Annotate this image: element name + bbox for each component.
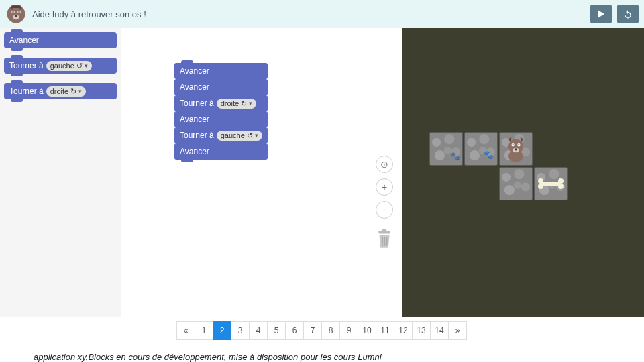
dropdown-caret-icon: ▾ [249,100,252,107]
zoom-out-button[interactable]: − [376,201,393,219]
page-2[interactable]: 2 [213,321,231,340]
ws-block[interactable]: Avancer [174,143,268,160]
page-13[interactable]: 13 [412,321,431,340]
arrow-ccw-icon: ↺ [247,131,253,140]
svg-point-4 [18,11,19,13]
zoom-in-button[interactable]: + [376,178,393,196]
workspace[interactable]: Avancer Avancer Tourner à droite ↻ ▾ Ava… [121,28,402,317]
app-header: Aide Indy à retrouver son os ! [0,0,644,28]
target-icon: ⊙ [380,159,388,170]
reset-button[interactable] [617,5,639,23]
block-param[interactable]: droite ↻ ▾ [46,86,87,97]
page-5[interactable]: 5 [267,321,286,340]
pagination: « 1 2 3 4 5 6 7 8 9 10 11 12 13 14 » [0,317,644,344]
trash-icon [376,229,393,249]
page-6[interactable]: 6 [285,321,304,340]
arrow-ccw-icon: ↺ [76,62,83,70]
svg-point-3 [12,11,13,13]
arrow-cw-icon: ↻ [241,99,247,108]
svg-rect-7 [11,5,21,8]
stage: 🐾 🐾 [402,28,644,317]
svg-point-20 [515,148,517,150]
page-7[interactable]: 7 [303,321,322,340]
page-8[interactable]: 8 [321,321,340,340]
palette-block-tourner-droite[interactable]: Tourner à droite ↻ ▾ [4,83,117,99]
plus-icon: + [382,182,387,192]
block-param[interactable]: gauche ↺ ▾ [217,131,262,141]
page-12[interactable]: 12 [394,321,413,340]
page-11[interactable]: 11 [376,321,394,340]
stage-tile [499,167,533,200]
block-param[interactable]: gauche ↺ ▾ [46,61,92,71]
palette-block-avancer[interactable]: Avancer [4,32,117,48]
svg-rect-11 [384,237,385,246]
svg-rect-12 [386,237,388,246]
svg-rect-25 [541,182,561,186]
caption: application xy.Blocks en cours de dévelo… [0,344,644,362]
page-4[interactable]: 4 [249,321,268,340]
block-palette: Avancer Tourner à gauche ↺ ▾ Tourner à d… [0,28,121,317]
footprint-icon: 🐾 [450,152,460,161]
character-sprite [501,135,531,165]
stage-tile: 🐾 [464,132,498,166]
block-param[interactable]: droite ↻ ▾ [217,99,257,109]
svg-point-17 [513,144,514,145]
page-10[interactable]: 10 [358,321,376,340]
dropdown-caret-icon: ▾ [255,132,258,139]
block-label: Tourner à [9,61,44,70]
recenter-button[interactable]: ⊙ [376,156,393,173]
reset-icon [623,9,633,19]
dropdown-caret-icon: ▾ [85,62,88,69]
svg-rect-9 [382,229,386,231]
svg-point-18 [518,144,519,145]
svg-point-6 [15,15,17,17]
play-icon [598,10,604,18]
block-label: Avancer [9,36,39,45]
page-1[interactable]: 1 [195,321,213,340]
stage-tile: 🐾 [429,132,463,166]
page-next[interactable]: » [448,321,467,340]
block-label: Tourner à [9,86,44,96]
page-14[interactable]: 14 [430,321,449,340]
minus-icon: − [382,204,387,215]
page-3[interactable]: 3 [231,321,250,340]
dropdown-caret-icon: ▾ [78,88,82,95]
arrow-cw-icon: ↻ [70,87,76,96]
workspace-stack[interactable]: Avancer Avancer Tourner à droite ↻ ▾ Ava… [174,63,268,160]
bone-target [537,178,564,189]
page-9[interactable]: 9 [339,321,358,340]
avatar [5,3,27,25]
page-title: Aide Indy à retrouver son os ! [32,9,585,19]
page-prev[interactable]: « [176,321,195,340]
play-button[interactable] [590,5,612,23]
svg-rect-10 [382,237,383,246]
footprint-icon: 🐾 [484,150,494,160]
trash-button[interactable] [374,228,394,251]
palette-block-tourner-gauche[interactable]: Tourner à gauche ↺ ▾ [4,58,117,74]
